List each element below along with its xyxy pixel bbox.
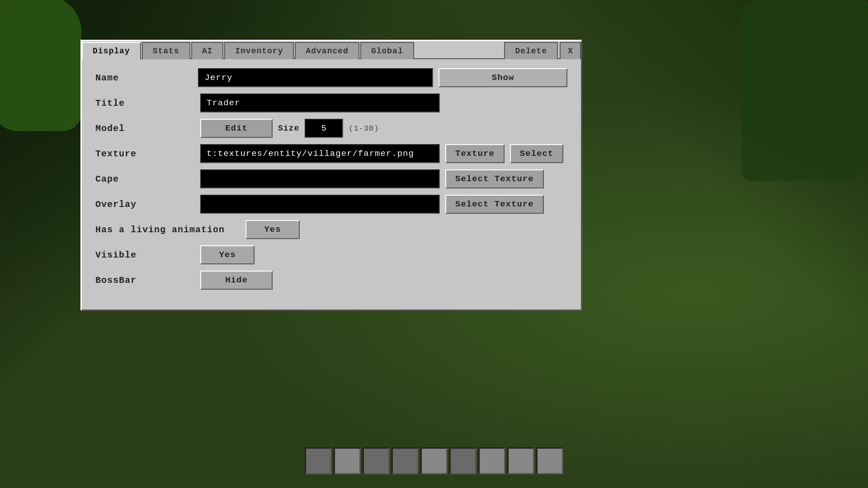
overlay-label: Overlay [95, 199, 195, 210]
name-row: Name Show [95, 68, 567, 87]
name-input[interactable] [198, 68, 433, 87]
edit-model-button[interactable]: Edit [200, 119, 273, 138]
name-label: Name [95, 73, 193, 83]
cape-input[interactable] [200, 169, 440, 188]
overlay-input[interactable] [200, 195, 440, 214]
hotbar-slot-3[interactable] [363, 447, 390, 474]
visible-row: Visible Yes [95, 245, 567, 264]
hotbar-slot-7[interactable] [478, 447, 505, 474]
hotbar [305, 447, 563, 474]
title-row: Title [95, 94, 567, 113]
tab-stats[interactable]: Stats [142, 42, 190, 59]
title-input[interactable] [200, 94, 440, 113]
model-row: Model Edit Size (1-30) [95, 119, 567, 138]
hotbar-slot-8[interactable] [507, 447, 534, 474]
overlay-row: Overlay Select Texture [95, 195, 567, 214]
size-label: Size [278, 124, 299, 133]
hotbar-slot-5[interactable] [420, 447, 448, 474]
texture-select-button[interactable]: Select [510, 144, 563, 163]
hotbar-slot-2[interactable] [334, 447, 361, 474]
tab-display[interactable]: Display [82, 42, 141, 59]
living-animation-toggle[interactable]: Yes [245, 220, 300, 239]
overlay-select-texture-button[interactable]: Select Texture [445, 195, 544, 214]
size-hint: (1-30) [349, 124, 379, 133]
texture-row: Texture Texture Select [95, 144, 567, 163]
model-label: Model [95, 123, 195, 134]
cape-row: Cape Select Texture [95, 169, 567, 188]
tab-bar: Display Stats AI Inventory Advanced Glob… [82, 41, 581, 58]
dialog-body: Name Show Title Model Edit Size (1-30) T… [82, 58, 581, 310]
tab-global[interactable]: Global [360, 42, 414, 59]
living-animation-label: Has a living animation [95, 225, 240, 235]
foliage-decoration-topleft [0, 0, 81, 131]
tab-inventory[interactable]: Inventory [224, 42, 294, 59]
tab-advanced[interactable]: Advanced [295, 42, 359, 59]
bossbar-button[interactable]: Hide [200, 271, 273, 290]
bossbar-row: BossBar Hide [95, 271, 567, 290]
visible-toggle[interactable]: Yes [200, 245, 255, 264]
visible-label: Visible [95, 250, 195, 260]
tab-ai[interactable]: AI [191, 42, 224, 59]
bossbar-label: BossBar [95, 275, 195, 286]
hotbar-slot-1[interactable] [305, 447, 332, 474]
delete-button[interactable]: Delete [504, 42, 558, 59]
hotbar-slot-6[interactable] [449, 447, 476, 474]
show-button[interactable]: Show [439, 68, 567, 87]
size-input[interactable] [305, 119, 343, 138]
title-label: Title [95, 98, 195, 108]
cape-select-texture-button[interactable]: Select Texture [445, 169, 544, 188]
living-animation-row: Has a living animation Yes [95, 220, 567, 239]
cape-label: Cape [95, 174, 195, 184]
foliage-decoration-topright [741, 0, 868, 181]
hotbar-slot-4[interactable] [392, 447, 419, 474]
texture-label: Texture [95, 149, 195, 159]
close-button[interactable]: X [560, 42, 581, 59]
hotbar-slot-9[interactable] [536, 447, 563, 474]
npc-editor-dialog: Display Stats AI Inventory Advanced Glob… [80, 40, 582, 311]
texture-input[interactable] [200, 144, 440, 163]
texture-button[interactable]: Texture [445, 144, 505, 163]
